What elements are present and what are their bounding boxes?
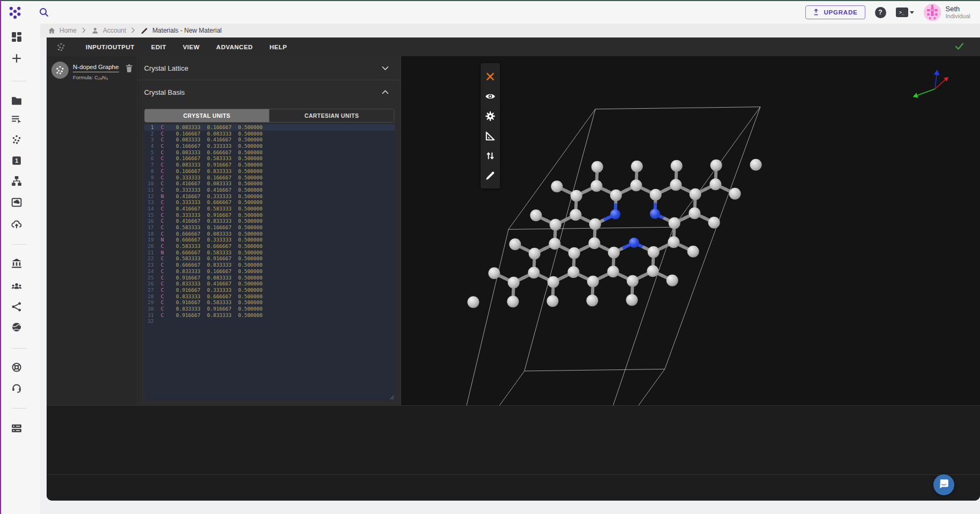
- viewer-tool-edit-pencil[interactable]: [481, 165, 500, 185]
- carbon-atom[interactable]: [668, 236, 679, 248]
- basis-line[interactable]: 2C0.1666670.0833330.500000: [144, 131, 395, 137]
- resize-handle[interactable]: [389, 395, 394, 400]
- three-d-viewer[interactable]: [401, 56, 980, 405]
- basis-code-editor[interactable]: 1C0.0833330.1666670.5000002C0.1666670.08…: [144, 124, 395, 400]
- basis-line[interactable]: 15C0.3333330.9166670.500000: [144, 212, 395, 218]
- sidebar-item-team[interactable]: [11, 281, 23, 292]
- chat-launcher-button[interactable]: [933, 474, 954, 495]
- basis-line[interactable]: 14C0.4166670.5833330.500000: [144, 206, 395, 212]
- sidebar-item-projects-folder[interactable]: [11, 95, 23, 107]
- carbon-atom[interactable]: [588, 237, 600, 249]
- carbon-atom[interactable]: [626, 294, 638, 306]
- material-name-input[interactable]: [73, 63, 119, 72]
- crystal-basis-accordion[interactable]: Crystal Basis: [138, 80, 400, 104]
- sidebar-item-support-wheel[interactable]: [11, 361, 23, 373]
- carbon-atom[interactable]: [689, 207, 700, 219]
- carbon-atom[interactable]: [550, 219, 562, 231]
- carbon-atom[interactable]: [570, 209, 581, 221]
- carbon-atom[interactable]: [647, 265, 659, 277]
- trash-icon[interactable]: [125, 64, 133, 74]
- sidebar-item-bank-card[interactable]: 1: [11, 155, 23, 167]
- carbon-atom[interactable]: [708, 217, 720, 229]
- basis-line[interactable]: 7C0.0833330.9166670.500000: [144, 162, 395, 168]
- basis-line[interactable]: 17C0.5833330.1666670.500000: [144, 224, 395, 231]
- carbon-atom[interactable]: [690, 188, 701, 200]
- material-list-item[interactable]: Formula: C₂₈N₃: [47, 56, 137, 86]
- carbon-atom[interactable]: [587, 276, 599, 288]
- basis-line[interactable]: 30C0.8333330.9166670.500000: [144, 306, 395, 312]
- menu-help[interactable]: HELP: [270, 44, 287, 50]
- basis-line[interactable]: 22C0.5833330.9166670.500000: [144, 255, 395, 262]
- carbon-atom[interactable]: [630, 179, 642, 191]
- basis-line[interactable]: 16C0.4166670.8333330.500000: [144, 218, 395, 224]
- search-icon[interactable]: [37, 5, 51, 19]
- crystal-lattice-accordion[interactable]: Crystal Lattice: [138, 56, 400, 80]
- carbon-atom[interactable]: [710, 160, 722, 171]
- basis-line[interactable]: 1C0.0833330.1666670.500000: [144, 124, 395, 131]
- sidebar-item-gallery[interactable]: [11, 196, 23, 208]
- basis-line[interactable]: 23C0.6666670.8333330.500000: [144, 262, 395, 268]
- carbon-atom[interactable]: [608, 247, 620, 259]
- sidebar-item-materials[interactable]: [11, 134, 23, 146]
- carbon-atom[interactable]: [709, 178, 721, 190]
- sidebar-item-jobs-list[interactable]: [11, 114, 23, 125]
- sidebar-item-headset[interactable]: [11, 382, 23, 394]
- sidebar-item-share[interactable]: [11, 301, 23, 313]
- basis-line[interactable]: 12N0.4166670.3333330.500000: [144, 193, 395, 200]
- basis-line[interactable]: 13C0.3333330.6666670.500000: [144, 199, 395, 206]
- sidebar-item-dashboard[interactable]: [11, 31, 23, 43]
- menu-view[interactable]: VIEW: [183, 44, 199, 50]
- basis-line[interactable]: 4C0.1666670.3333330.500000: [144, 143, 395, 149]
- carbon-atom[interactable]: [547, 295, 558, 307]
- basis-line[interactable]: 3C0.0833330.4166670.500000: [144, 137, 395, 143]
- viewer-tool-measure[interactable]: [481, 126, 500, 146]
- viewer-tool-settings[interactable]: [481, 106, 500, 126]
- basis-line[interactable]: 6C0.1666670.5833330.500000: [144, 155, 395, 162]
- sidebar-item-add[interactable]: [11, 52, 23, 64]
- carbon-atom[interactable]: [607, 266, 619, 277]
- carbon-atom[interactable]: [586, 294, 598, 306]
- carbon-atom[interactable]: [529, 248, 541, 260]
- carbon-atom[interactable]: [507, 296, 519, 307]
- basis-line[interactable]: 8C0.1666670.8333330.500000: [144, 168, 395, 175]
- basis-line[interactable]: 21N0.6666670.5833330.500000: [144, 250, 395, 256]
- basis-line[interactable]: 24C0.8333330.1666670.500000: [144, 268, 395, 275]
- carbon-atom[interactable]: [671, 160, 683, 172]
- sidebar-item-servers[interactable]: [11, 422, 23, 434]
- menu-input-output[interactable]: INPUT/OUTPUT: [86, 44, 134, 50]
- basis-line[interactable]: 10C0.4166670.0833330.500000: [144, 180, 395, 187]
- carbon-atom[interactable]: [750, 159, 762, 171]
- viewer-tool-close[interactable]: [481, 66, 500, 86]
- nitrogen-atom[interactable]: [610, 209, 620, 220]
- carbon-atom[interactable]: [592, 161, 603, 173]
- carbon-atom[interactable]: [548, 276, 559, 288]
- basis-line[interactable]: 26C0.8333330.4166670.500000: [144, 281, 395, 287]
- check-icon[interactable]: [955, 42, 964, 52]
- basis-line[interactable]: 20C0.5833330.6666670.500000: [144, 243, 395, 250]
- terminal-menu-button[interactable]: >_: [896, 7, 914, 17]
- carbon-atom[interactable]: [568, 247, 580, 259]
- basis-line[interactable]: 28C0.8333330.6666670.500000: [144, 293, 395, 300]
- carbon-atom[interactable]: [627, 275, 639, 287]
- basis-line[interactable]: 11C0.3333330.4166670.500000: [144, 187, 395, 193]
- basis-line[interactable]: 25C0.9166670.0833330.500000: [144, 275, 395, 281]
- carbon-atom[interactable]: [571, 190, 582, 202]
- carbon-atom[interactable]: [551, 180, 563, 192]
- carbon-atom[interactable]: [528, 267, 540, 278]
- user-menu[interactable]: Seth Individual: [924, 4, 970, 21]
- carbon-atom[interactable]: [729, 188, 741, 200]
- carbon-atom[interactable]: [508, 277, 520, 289]
- sidebar-item-cloud-upload[interactable]: [11, 218, 23, 230]
- sidebar-item-bank[interactable]: [11, 258, 23, 269]
- tab-cartesian-units[interactable]: CARTESIAN UNITS: [269, 109, 394, 122]
- carbon-atom[interactable]: [631, 161, 643, 172]
- nitrogen-atom[interactable]: [650, 209, 660, 219]
- menu-edit[interactable]: EDIT: [151, 44, 166, 50]
- upgrade-button[interactable]: UPGRADE: [805, 5, 865, 19]
- basis-line[interactable]: 18C0.6666670.0833330.500000: [144, 231, 395, 237]
- breadcrumb-item-home[interactable]: Home: [48, 27, 77, 35]
- carbon-atom[interactable]: [670, 179, 682, 191]
- basis-line[interactable]: 5C0.0833330.6666670.500000: [144, 149, 395, 156]
- viewer-tool-swap-axes[interactable]: [481, 146, 500, 165]
- basis-line[interactable]: 9C0.3333330.1666670.500000: [144, 175, 395, 181]
